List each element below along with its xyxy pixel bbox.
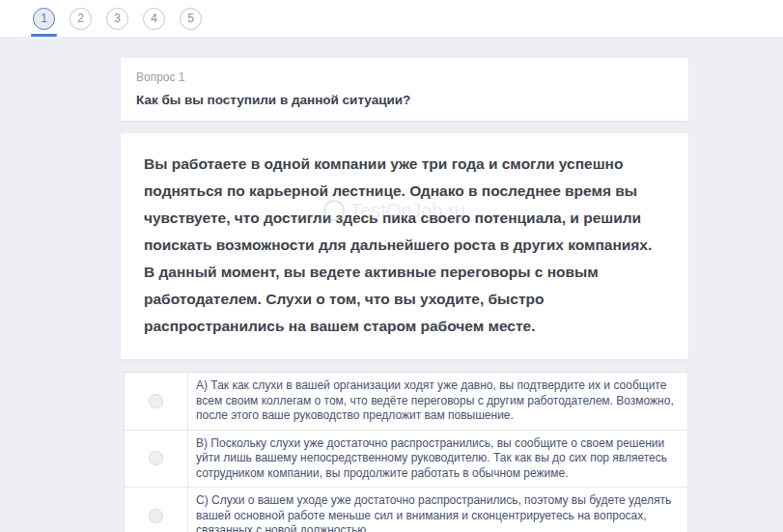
answer-option-b[interactable]: B) Поскольку слухи уже достаточно распро… xyxy=(125,431,687,489)
step-1[interactable]: 1 xyxy=(33,8,55,30)
answer-option-c[interactable]: C) Слухи о вашем уходе уже достаточно ра… xyxy=(125,488,687,532)
answer-text-c-content: C) Слухи о вашем уходе уже достаточно ра… xyxy=(196,493,676,532)
answers-table: A) Так как слухи в вашей организации ход… xyxy=(124,372,688,532)
answer-text-b-content: B) Поскольку слухи уже достаточно распро… xyxy=(196,436,676,482)
radio-button-b[interactable] xyxy=(149,451,163,465)
radio-cell-a[interactable] xyxy=(125,373,188,430)
radio-button-a[interactable] xyxy=(149,394,163,408)
scenario-card: Вы работаете в одной компании уже три го… xyxy=(121,133,688,359)
active-step-indicator xyxy=(31,34,57,37)
answer-text-c: C) Слухи о вашем уходе уже достаточно ра… xyxy=(188,488,687,532)
stepper-bar: 1 2 3 4 5 xyxy=(0,0,783,37)
answer-option-a[interactable]: A) Так как слухи в вашей организации ход… xyxy=(125,373,687,431)
radio-button-c[interactable] xyxy=(149,509,163,523)
answer-text-b: B) Поскольку слухи уже достаточно распро… xyxy=(188,431,687,488)
step-3[interactable]: 3 xyxy=(106,8,128,30)
scenario-text: Вы работаете в одной компании уже три го… xyxy=(144,155,652,334)
step-4[interactable]: 4 xyxy=(143,8,165,30)
answer-text-a-content: A) Так как слухи в вашей организации ход… xyxy=(196,378,676,424)
radio-cell-b[interactable] xyxy=(125,431,188,488)
question-card: Вопрос 1 Как бы вы поступили в данной си… xyxy=(121,58,688,121)
answer-text-a: A) Так как слухи в вашей организации ход… xyxy=(188,373,687,430)
step-5[interactable]: 5 xyxy=(180,8,202,30)
question-number-label: Вопрос 1 xyxy=(136,70,673,84)
question-title: Как бы вы поступили в данной ситуации? xyxy=(136,93,673,107)
radio-cell-c[interactable] xyxy=(125,488,188,532)
step-2[interactable]: 2 xyxy=(70,8,92,30)
stepper: 1 2 3 4 5 xyxy=(33,8,202,30)
